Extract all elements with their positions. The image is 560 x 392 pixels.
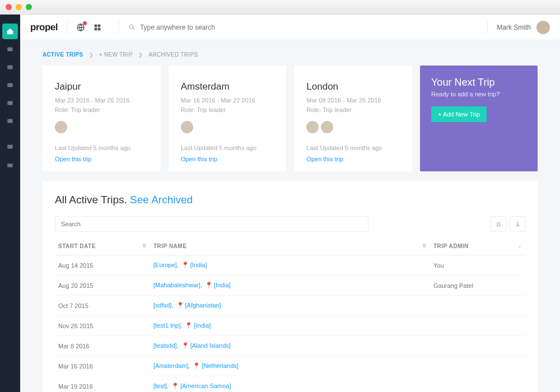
chevron-right-icon: ❯ bbox=[89, 52, 94, 58]
open-trip-link[interactable]: Open this trip bbox=[306, 156, 400, 162]
table-search-input[interactable] bbox=[55, 216, 368, 232]
avatar bbox=[55, 121, 67, 133]
trip-card[interactable]: Amsterdam Mar 16 2016 - Mar 22 2016 Role… bbox=[169, 66, 287, 171]
window-min-dot[interactable] bbox=[16, 4, 22, 10]
cell-date: Aug 14 2015 bbox=[55, 255, 150, 276]
table-row[interactable]: Oct 7 2015 [sdfsd], 📍[Afghanistan] bbox=[55, 296, 525, 316]
table-row[interactable]: Aug 20 2015 [Mahabaleshwar], 📍[India] Ga… bbox=[55, 276, 525, 296]
svg-rect-12 bbox=[98, 27, 101, 30]
sidebar-item-5[interactable] bbox=[2, 95, 18, 111]
trip-dates: Mar 23 2016 - Mar 26 2016 bbox=[55, 96, 148, 105]
notification-badge bbox=[83, 21, 87, 25]
open-trip-link[interactable]: Open this trip bbox=[181, 156, 274, 162]
svg-rect-2 bbox=[7, 83, 12, 87]
trips-table-panel: All Active Trips. See Archived ⎙ ⤓ START… bbox=[43, 181, 538, 392]
cell-admin: Gaurang Patel bbox=[430, 276, 525, 296]
avatar bbox=[181, 121, 193, 133]
svg-point-13 bbox=[129, 25, 133, 29]
trip-updated: Last Updated 5 months ago bbox=[55, 144, 148, 151]
cell-date: Oct 7 2015 bbox=[55, 296, 150, 316]
cell-name: [test], 📍[American Samoa] bbox=[150, 376, 430, 393]
sidebar-item-4[interactable] bbox=[2, 77, 18, 93]
location-pin-icon: 📍 bbox=[185, 322, 193, 329]
trip-title: London bbox=[306, 81, 400, 92]
col-trip-name[interactable]: TRIP NAME⇅ bbox=[150, 237, 430, 255]
breadcrumb-active[interactable]: ACTIVE TRIPS bbox=[43, 52, 83, 58]
cell-admin bbox=[430, 296, 525, 316]
svg-rect-1 bbox=[7, 66, 12, 69]
table-row[interactable]: Mar 19 2016 [test], 📍[American Samoa] bbox=[55, 376, 525, 393]
logo[interactable]: propel bbox=[30, 22, 58, 33]
cta-subtitle: Ready to add a new trip? bbox=[431, 91, 526, 97]
svg-rect-0 bbox=[7, 48, 12, 52]
chevron-right-icon: ❯ bbox=[138, 52, 143, 58]
see-archived-link[interactable]: See Archived bbox=[130, 194, 193, 206]
export-button-2[interactable]: ⤓ bbox=[510, 216, 525, 232]
table-row[interactable]: Mar 8 2016 [testsdd], 📍[Aland Islands] bbox=[55, 336, 525, 356]
svg-rect-10 bbox=[98, 24, 101, 27]
sidebar-item-2[interactable] bbox=[2, 41, 18, 57]
sidebar-item-6[interactable] bbox=[2, 113, 18, 129]
trip-card[interactable]: London Mar 08 2016 - Mar 26 2016 Role: T… bbox=[294, 66, 412, 171]
global-search[interactable] bbox=[128, 24, 478, 31]
open-trip-link[interactable]: Open this trip bbox=[55, 156, 148, 162]
globe-icon[interactable] bbox=[76, 23, 85, 32]
trip-title: Jaipur bbox=[55, 81, 148, 92]
cta-title: Your Next Trip bbox=[431, 77, 526, 88]
window-close-dot[interactable] bbox=[6, 4, 12, 10]
avatar bbox=[306, 121, 319, 133]
table-row[interactable]: Nov 26 2015 [test1 trip], 📍[India] bbox=[55, 316, 525, 336]
cell-date: Aug 20 2015 bbox=[55, 276, 150, 296]
sidebar-item-home[interactable] bbox=[2, 24, 18, 39]
cell-admin bbox=[430, 376, 525, 393]
sidebar-item-3[interactable] bbox=[2, 59, 18, 75]
svg-rect-11 bbox=[95, 27, 97, 30]
location-pin-icon: 📍 bbox=[193, 362, 200, 369]
cell-admin bbox=[430, 316, 525, 336]
search-icon bbox=[128, 24, 136, 31]
cell-admin bbox=[430, 356, 525, 376]
col-trip-admin[interactable]: TRIP ADMIN⌄ bbox=[430, 237, 525, 255]
search-input[interactable] bbox=[140, 24, 252, 31]
sidebar-item-7[interactable] bbox=[2, 139, 18, 155]
cell-name: [Amsterdam], 📍[Netherlands] bbox=[150, 356, 430, 376]
trip-role: Role: Trip leader bbox=[306, 105, 400, 115]
browser-chrome bbox=[0, 0, 560, 15]
cell-date: Mar 8 2016 bbox=[55, 336, 150, 356]
breadcrumb-new[interactable]: + NEW TRIP bbox=[99, 52, 133, 58]
svg-rect-4 bbox=[7, 119, 12, 123]
apps-icon[interactable] bbox=[93, 23, 102, 32]
cell-admin: You bbox=[430, 255, 525, 276]
trip-title: Amsterdam bbox=[181, 81, 274, 92]
trip-role: Role: Trip leader bbox=[55, 105, 148, 115]
avatar bbox=[536, 21, 550, 34]
table-row[interactable]: Aug 14 2015 [Europe], 📍[India] You bbox=[55, 255, 525, 276]
table-row[interactable]: Mar 16 2016 [Amsterdam], 📍[Netherlands] bbox=[55, 356, 525, 376]
svg-rect-9 bbox=[95, 24, 97, 27]
next-trip-cta: Your Next Trip Ready to add a new trip? … bbox=[420, 66, 538, 171]
trip-dates: Mar 08 2016 - Mar 26 2016 bbox=[306, 96, 400, 105]
topbar: propel Mark Smith bbox=[20, 15, 560, 40]
window-max-dot[interactable] bbox=[26, 4, 32, 10]
trip-updated: Last Updated 5 months ago bbox=[306, 144, 400, 151]
svg-rect-3 bbox=[7, 101, 12, 105]
col-start-date[interactable]: START DATE⇅ bbox=[55, 237, 150, 255]
user-name: Mark Smith bbox=[497, 24, 531, 31]
cell-date: Mar 16 2016 bbox=[55, 356, 150, 376]
add-new-trip-button[interactable]: + Add New Trip bbox=[431, 106, 487, 122]
cell-admin bbox=[430, 336, 525, 356]
cell-date: Nov 26 2015 bbox=[55, 316, 150, 336]
trip-updated: Last Updated 5 months ago bbox=[181, 144, 274, 151]
cell-name: [sdfsd], 📍[Afghanistan] bbox=[150, 296, 430, 316]
svg-rect-7 bbox=[7, 162, 12, 164]
location-pin-icon: 📍 bbox=[171, 382, 179, 389]
user-menu[interactable]: Mark Smith bbox=[497, 21, 550, 34]
sidebar-item-calendar[interactable] bbox=[2, 157, 18, 172]
location-pin-icon: 📍 bbox=[181, 262, 189, 268]
trip-card[interactable]: Jaipur Mar 23 2016 - Mar 26 2016 Role: T… bbox=[43, 66, 161, 171]
cell-name: [Mahabaleshwar], 📍[India] bbox=[150, 276, 430, 296]
location-pin-icon: 📍 bbox=[176, 302, 184, 309]
trips-table: START DATE⇅ TRIP NAME⇅ TRIP ADMIN⌄ Aug 1… bbox=[55, 237, 525, 392]
export-button-1[interactable]: ⎙ bbox=[491, 216, 506, 232]
breadcrumb-archived[interactable]: ARCHIVED TRIPS bbox=[148, 52, 198, 58]
